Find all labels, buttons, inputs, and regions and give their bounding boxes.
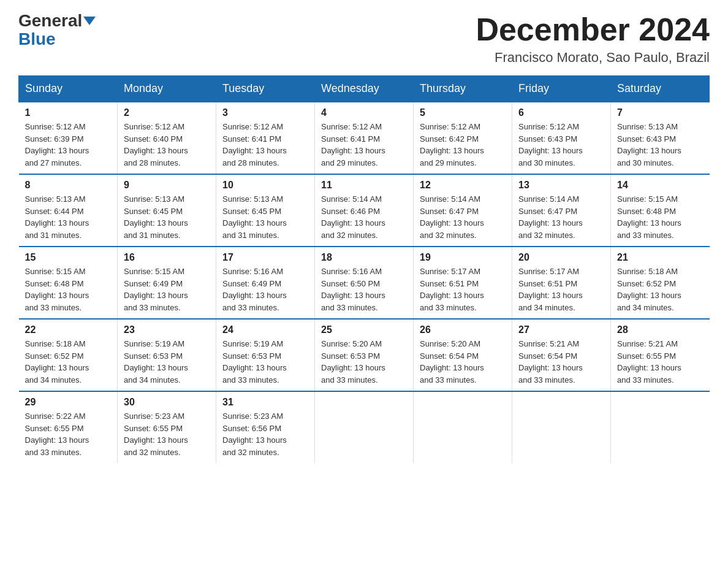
day-number: 20 — [518, 252, 604, 263]
calendar-cell: 19Sunrise: 5:17 AMSunset: 6:51 PMDayligh… — [414, 247, 512, 319]
calendar-cell: 27Sunrise: 5:21 AMSunset: 6:54 PMDayligh… — [512, 319, 611, 391]
day-info: Sunrise: 5:17 AMSunset: 6:51 PMDaylight:… — [420, 266, 506, 313]
calendar-cell: 21Sunrise: 5:18 AMSunset: 6:52 PMDayligh… — [611, 247, 710, 319]
day-number: 12 — [420, 180, 506, 191]
calendar-cell: 31Sunrise: 5:23 AMSunset: 6:56 PMDayligh… — [216, 391, 315, 463]
day-info: Sunrise: 5:12 AMSunset: 6:39 PMDaylight:… — [25, 121, 112, 169]
calendar-cell: 9Sunrise: 5:13 AMSunset: 6:45 PMDaylight… — [118, 174, 216, 247]
day-info: Sunrise: 5:13 AMSunset: 6:45 PMDaylight:… — [124, 193, 210, 241]
title-location: Francisco Morato, Sao Paulo, Brazil — [476, 50, 710, 66]
calendar-week-row: 1Sunrise: 5:12 AMSunset: 6:39 PMDaylight… — [19, 102, 710, 174]
calendar-cell: 25Sunrise: 5:20 AMSunset: 6:53 PMDayligh… — [315, 319, 414, 391]
header-day-friday: Friday — [512, 76, 611, 102]
day-info: Sunrise: 5:19 AMSunset: 6:53 PMDaylight:… — [124, 338, 210, 386]
logo-arrow-icon — [83, 17, 96, 25]
day-number: 18 — [321, 252, 407, 263]
day-info: Sunrise: 5:21 AMSunset: 6:55 PMDaylight:… — [617, 338, 703, 386]
calendar-cell: 17Sunrise: 5:16 AMSunset: 6:49 PMDayligh… — [216, 247, 315, 319]
calendar-week-row: 22Sunrise: 5:18 AMSunset: 6:52 PMDayligh… — [19, 319, 710, 391]
day-info: Sunrise: 5:22 AMSunset: 6:55 PMDaylight:… — [25, 410, 112, 458]
day-number: 7 — [617, 107, 703, 118]
calendar-header-row: SundayMondayTuesdayWednesdayThursdayFrid… — [19, 76, 710, 102]
day-number: 3 — [222, 107, 308, 118]
calendar-cell: 16Sunrise: 5:15 AMSunset: 6:49 PMDayligh… — [118, 247, 216, 319]
day-number: 27 — [518, 324, 604, 335]
day-number: 11 — [321, 180, 407, 191]
day-number: 31 — [222, 397, 308, 408]
logo-blue: Blue — [18, 31, 56, 48]
calendar-cell: 30Sunrise: 5:23 AMSunset: 6:55 PMDayligh… — [118, 391, 216, 463]
day-number: 5 — [420, 107, 506, 118]
calendar-cell: 15Sunrise: 5:15 AMSunset: 6:48 PMDayligh… — [19, 247, 118, 319]
day-info: Sunrise: 5:19 AMSunset: 6:53 PMDaylight:… — [222, 338, 308, 386]
day-number: 8 — [25, 180, 112, 191]
day-number: 14 — [617, 180, 703, 191]
header-day-wednesday: Wednesday — [315, 76, 414, 102]
calendar-cell: 26Sunrise: 5:20 AMSunset: 6:54 PMDayligh… — [414, 319, 512, 391]
calendar-week-row: 8Sunrise: 5:13 AMSunset: 6:44 PMDaylight… — [19, 174, 710, 247]
day-number: 29 — [25, 397, 112, 408]
header-day-tuesday: Tuesday — [216, 76, 315, 102]
day-number: 30 — [124, 397, 210, 408]
day-info: Sunrise: 5:14 AMSunset: 6:47 PMDaylight:… — [518, 193, 604, 241]
day-info: Sunrise: 5:12 AMSunset: 6:41 PMDaylight:… — [222, 121, 308, 169]
day-number: 9 — [124, 180, 210, 191]
day-info: Sunrise: 5:15 AMSunset: 6:48 PMDaylight:… — [25, 266, 112, 313]
logo: General Blue — [18, 12, 96, 48]
day-number: 10 — [222, 180, 308, 191]
day-number: 25 — [321, 324, 407, 335]
page-header: General Blue December 2024 Francisco Mor… — [18, 12, 710, 66]
calendar-cell: 29Sunrise: 5:22 AMSunset: 6:55 PMDayligh… — [19, 391, 118, 463]
title-month: December 2024 — [476, 12, 710, 47]
day-number: 21 — [617, 252, 703, 263]
day-info: Sunrise: 5:13 AMSunset: 6:45 PMDaylight:… — [222, 193, 308, 241]
day-number: 26 — [420, 324, 506, 335]
day-info: Sunrise: 5:21 AMSunset: 6:54 PMDaylight:… — [518, 338, 604, 386]
calendar-cell — [611, 391, 710, 463]
calendar-cell — [414, 391, 512, 463]
calendar-cell: 23Sunrise: 5:19 AMSunset: 6:53 PMDayligh… — [118, 319, 216, 391]
day-number: 22 — [25, 324, 112, 335]
day-info: Sunrise: 5:16 AMSunset: 6:49 PMDaylight:… — [222, 266, 308, 313]
day-info: Sunrise: 5:20 AMSunset: 6:54 PMDaylight:… — [420, 338, 506, 386]
calendar-cell: 11Sunrise: 5:14 AMSunset: 6:46 PMDayligh… — [315, 174, 414, 247]
calendar-cell: 12Sunrise: 5:14 AMSunset: 6:47 PMDayligh… — [414, 174, 512, 247]
calendar-cell: 22Sunrise: 5:18 AMSunset: 6:52 PMDayligh… — [19, 319, 118, 391]
calendar-cell — [315, 391, 414, 463]
day-number: 16 — [124, 252, 210, 263]
day-number: 1 — [25, 107, 112, 118]
day-info: Sunrise: 5:15 AMSunset: 6:48 PMDaylight:… — [617, 193, 703, 241]
calendar-cell: 18Sunrise: 5:16 AMSunset: 6:50 PMDayligh… — [315, 247, 414, 319]
header-day-thursday: Thursday — [414, 76, 512, 102]
calendar-cell: 7Sunrise: 5:13 AMSunset: 6:43 PMDaylight… — [611, 102, 710, 174]
day-number: 19 — [420, 252, 506, 263]
day-number: 4 — [321, 107, 407, 118]
day-number: 28 — [617, 324, 703, 335]
day-info: Sunrise: 5:12 AMSunset: 6:42 PMDaylight:… — [420, 121, 506, 169]
day-number: 6 — [518, 107, 604, 118]
calendar-week-row: 29Sunrise: 5:22 AMSunset: 6:55 PMDayligh… — [19, 391, 710, 463]
day-info: Sunrise: 5:16 AMSunset: 6:50 PMDaylight:… — [321, 266, 407, 313]
day-info: Sunrise: 5:23 AMSunset: 6:55 PMDaylight:… — [124, 410, 210, 458]
day-info: Sunrise: 5:14 AMSunset: 6:46 PMDaylight:… — [321, 193, 407, 241]
day-number: 17 — [222, 252, 308, 263]
calendar-cell: 8Sunrise: 5:13 AMSunset: 6:44 PMDaylight… — [19, 174, 118, 247]
calendar-cell: 28Sunrise: 5:21 AMSunset: 6:55 PMDayligh… — [611, 319, 710, 391]
day-info: Sunrise: 5:12 AMSunset: 6:43 PMDaylight:… — [518, 121, 604, 169]
day-number: 15 — [25, 252, 112, 263]
logo-general: General — [18, 12, 96, 29]
calendar-cell: 10Sunrise: 5:13 AMSunset: 6:45 PMDayligh… — [216, 174, 315, 247]
header-day-monday: Monday — [118, 76, 216, 102]
calendar-cell: 14Sunrise: 5:15 AMSunset: 6:48 PMDayligh… — [611, 174, 710, 247]
day-info: Sunrise: 5:18 AMSunset: 6:52 PMDaylight:… — [617, 266, 703, 313]
calendar-table: SundayMondayTuesdayWednesdayThursdayFrid… — [18, 75, 710, 463]
day-info: Sunrise: 5:12 AMSunset: 6:40 PMDaylight:… — [124, 121, 210, 169]
calendar-cell — [512, 391, 611, 463]
day-info: Sunrise: 5:18 AMSunset: 6:52 PMDaylight:… — [25, 338, 112, 386]
calendar-cell: 24Sunrise: 5:19 AMSunset: 6:53 PMDayligh… — [216, 319, 315, 391]
title-block: December 2024 Francisco Morato, Sao Paul… — [476, 12, 710, 66]
calendar-cell: 5Sunrise: 5:12 AMSunset: 6:42 PMDaylight… — [414, 102, 512, 174]
calendar-cell: 2Sunrise: 5:12 AMSunset: 6:40 PMDaylight… — [118, 102, 216, 174]
day-info: Sunrise: 5:23 AMSunset: 6:56 PMDaylight:… — [222, 410, 308, 458]
day-info: Sunrise: 5:13 AMSunset: 6:44 PMDaylight:… — [25, 193, 112, 241]
